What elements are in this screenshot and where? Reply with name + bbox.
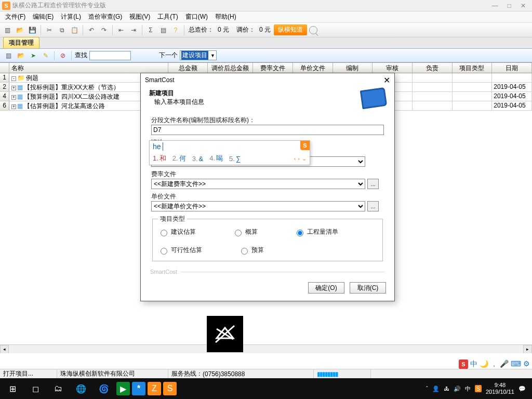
col-total[interactable]: 总金额: [168, 63, 208, 73]
copy-icon[interactable]: ⧉: [57, 25, 67, 35]
mic-icon[interactable]: 🎤: [500, 360, 509, 369]
notifications-icon[interactable]: 💬: [518, 385, 526, 392]
ime-more-icon[interactable]: ⌄: [302, 155, 307, 162]
filter-select[interactable]: 建设项目 ▼: [180, 50, 217, 60]
price-file-browse-button[interactable]: ...: [367, 201, 379, 211]
col-audit[interactable]: 审核: [373, 63, 413, 73]
indent-right-icon[interactable]: ⇥: [128, 25, 139, 35]
new-icon[interactable]: ▥: [2, 25, 12, 35]
star-app-icon[interactable]: *: [132, 382, 145, 395]
edit-icon[interactable]: ✎: [41, 50, 51, 61]
radio-input[interactable]: [161, 230, 167, 236]
search-icon[interactable]: [309, 26, 317, 34]
zhidao-button[interactable]: 纵横知道: [274, 24, 307, 35]
ime-candidate[interactable]: 4.喝: [209, 154, 223, 163]
keyboard-icon[interactable]: ⌨: [511, 360, 521, 369]
ime-candidate[interactable]: 5.∑: [229, 155, 241, 163]
col-adjtotal[interactable]: 调价后总金额: [208, 63, 253, 73]
sogou-app-icon[interactable]: S: [163, 382, 177, 395]
settings-icon[interactable]: ⚙: [523, 360, 530, 369]
explorer-icon[interactable]: 🗂: [48, 380, 69, 397]
tab-project-mgmt[interactable]: 项目管理: [3, 37, 39, 48]
swirl-icon[interactable]: 🌀: [94, 380, 114, 397]
tray-people-icon[interactable]: 👤: [432, 385, 440, 392]
project-type-radio[interactable]: 建议估算: [158, 228, 196, 236]
fee-file-select[interactable]: <<新建费率文件>>: [151, 179, 365, 189]
menu-window[interactable]: 窗口(W): [183, 11, 210, 22]
radio-input[interactable]: [235, 230, 242, 236]
delete-icon[interactable]: ⊘: [58, 50, 68, 61]
find-input[interactable]: [89, 51, 131, 60]
price-file-select[interactable]: <<新建单价文件>>: [151, 201, 365, 211]
menu-review[interactable]: 造价审查(G): [86, 11, 124, 22]
project-type-radio[interactable]: 工程量清单: [294, 228, 338, 236]
ime-candidate[interactable]: 1.和: [153, 154, 166, 163]
col-name[interactable]: 名称: [9, 63, 168, 73]
project-type-radio[interactable]: 概算: [232, 228, 258, 236]
radio-input[interactable]: [241, 248, 248, 255]
project-type-radio[interactable]: 可行性估算: [158, 246, 202, 255]
indent-left-icon[interactable]: ⇤: [116, 25, 126, 35]
scroll-left-icon[interactable]: ◂: [0, 345, 9, 354]
tree-expand-icon[interactable]: +: [11, 104, 16, 109]
col-date[interactable]: 日期: [492, 63, 532, 73]
close-button[interactable]: ✕: [521, 2, 526, 9]
ime-candidate[interactable]: 2.何: [172, 154, 186, 163]
fee-file-browse-button[interactable]: ...: [367, 179, 379, 189]
redo-icon[interactable]: ↷: [99, 25, 109, 35]
next-label[interactable]: 下一个: [159, 51, 178, 60]
col-feefile[interactable]: 费率文件: [253, 63, 293, 73]
tray-chevron-icon[interactable]: ˆ: [426, 385, 428, 392]
tray-volume-icon[interactable]: 🔊: [454, 385, 461, 392]
sum-icon[interactable]: Σ: [145, 25, 156, 35]
tray-lang-icon[interactable]: 中: [465, 385, 471, 393]
col-manager[interactable]: 负责: [413, 63, 453, 73]
radio-input[interactable]: [161, 248, 167, 255]
iqiyi-icon[interactable]: ▶: [116, 382, 130, 395]
start-button[interactable]: ⊞: [2, 380, 23, 397]
menu-view[interactable]: 视图(V): [127, 11, 152, 22]
sogou-tray-icon[interactable]: S: [459, 360, 468, 369]
col-rownum[interactable]: [0, 63, 9, 73]
minimize-button[interactable]: —: [492, 2, 498, 9]
dialog-close-icon[interactable]: ✕: [383, 75, 390, 85]
tray-network-icon[interactable]: 🖧: [444, 385, 449, 392]
menu-calc[interactable]: 计算(L): [59, 11, 83, 22]
ime-lang-icon[interactable]: 中: [470, 360, 477, 369]
chart-icon[interactable]: ▤: [158, 25, 168, 35]
radio-input[interactable]: [297, 230, 303, 236]
browser-icon[interactable]: 🌐: [71, 380, 91, 397]
open-icon[interactable]: 📂: [15, 25, 25, 35]
tree-expand-icon[interactable]: +: [11, 86, 16, 90]
tree-expand-icon[interactable]: +: [11, 95, 16, 100]
open-doc-icon[interactable]: 📂: [16, 50, 26, 61]
project-type-radio[interactable]: 预算: [238, 246, 264, 255]
tree-expand-icon[interactable]: -: [11, 76, 16, 81]
status-open-project[interactable]: 打开项目...: [0, 369, 57, 378]
menu-edit[interactable]: 编辑(E): [31, 11, 56, 22]
col-projtype[interactable]: 项目类型: [453, 63, 493, 73]
arrow-icon[interactable]: ➤: [28, 50, 38, 61]
ime-candidate[interactable]: 3.&: [192, 155, 204, 163]
new-doc-icon[interactable]: ▥: [3, 50, 14, 61]
taskbar-clock[interactable]: 9:48 2019/10/11: [486, 382, 514, 395]
taskview-icon[interactable]: ◻: [25, 380, 46, 397]
comma-icon[interactable]: ，: [490, 360, 498, 369]
menu-tools[interactable]: 工具(T): [155, 11, 180, 22]
paste-icon[interactable]: 📋: [69, 25, 79, 35]
horizontal-scrollbar[interactable]: ◂ ▸: [0, 344, 532, 353]
undo-icon[interactable]: ↶: [86, 25, 97, 35]
ime-prev-icon[interactable]: ‹: [294, 155, 296, 162]
maximize-button[interactable]: □: [508, 2, 511, 9]
tray-sogou-icon[interactable]: S: [475, 385, 482, 392]
moon-icon[interactable]: 🌙: [480, 360, 488, 369]
help-icon[interactable]: ?: [170, 25, 181, 35]
scroll-right-icon[interactable]: ▸: [523, 345, 532, 354]
segment-name-input[interactable]: [151, 125, 384, 135]
menu-help[interactable]: 帮助(H): [213, 11, 238, 22]
col-pricefile[interactable]: 单价文件: [293, 63, 333, 73]
ime-next-icon[interactable]: ›: [298, 155, 300, 162]
menu-file[interactable]: 文件(F): [3, 11, 28, 22]
z-app-icon[interactable]: Z: [148, 382, 161, 395]
cancel-button[interactable]: 取消(C): [350, 282, 386, 294]
